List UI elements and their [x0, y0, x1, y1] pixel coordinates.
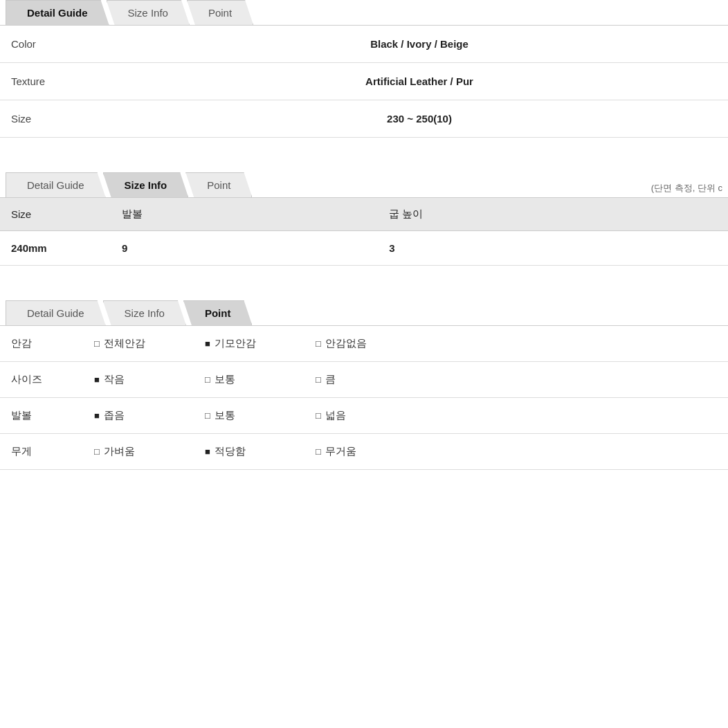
tab-point-1[interactable]: Point: [187, 0, 253, 25]
muge-options: □ 가벼움 ■ 적당함 □ 무거움: [83, 434, 728, 470]
tab-point-3[interactable]: Point: [183, 300, 253, 325]
checkbox-unchecked-icon: □: [316, 338, 321, 349]
checkbox-checked-icon: ■: [205, 338, 210, 349]
table-row: 발볼 ■ 좁음 □ 보통: [0, 398, 728, 434]
checkbox-checked-icon: ■: [94, 410, 100, 421]
option-item: □ 큼: [316, 373, 426, 386]
checkbox-unchecked-icon: □: [205, 410, 210, 421]
footwidth-cell: 9: [111, 231, 378, 266]
table-row: Color Black / Ivory / Beige: [0, 26, 728, 63]
heelheight-cell: 3: [378, 231, 728, 266]
size-cell: 240mm: [0, 231, 111, 266]
option-item: □ 가벼움: [94, 445, 205, 458]
table-row: 무게 □ 가벼움 ■ 적당함: [0, 434, 728, 470]
option-item: □ 안감없음: [316, 337, 426, 350]
size-label: Size: [0, 100, 111, 138]
checkbox-checked-icon: ■: [205, 446, 210, 457]
option-item: □ 전체안감: [94, 337, 205, 350]
checkbox-unchecked-icon: □: [316, 446, 321, 457]
checkbox-unchecked-icon: □: [94, 446, 100, 457]
option-item: ■ 적당함: [205, 445, 316, 458]
option-item: □ 무거움: [316, 445, 426, 458]
tab-detail-guide-1[interactable]: Detail Guide: [6, 0, 109, 25]
option-item: ■ 작음: [94, 373, 205, 386]
tab-size-info-3[interactable]: Size Info: [103, 300, 186, 325]
tab-size-info-2[interactable]: Size Info: [103, 172, 189, 197]
table-row: 사이즈 ■ 작음 □ 보통: [0, 362, 728, 398]
table-row: 240mm 9 3: [0, 231, 728, 266]
color-label: Color: [0, 26, 111, 63]
size-value: 230 ~ 250(10): [111, 100, 728, 138]
checkbox-checked-icon: ■: [94, 374, 100, 385]
color-value: Black / Ivory / Beige: [111, 26, 728, 63]
tab-detail-guide-2[interactable]: Detail Guide: [6, 172, 106, 197]
heelheight-col-header: 굽 높이: [378, 198, 728, 231]
balbol-options: ■ 좁음 □ 보통 □ 넓음: [83, 398, 728, 434]
saijeu-options: ■ 작음 □ 보통 □ 큼: [83, 362, 728, 398]
muge-label: 무게: [0, 434, 83, 470]
option-item: □ 보통: [205, 409, 316, 422]
size-note: (단면 측정, 단위 c: [646, 179, 728, 197]
saijeu-label: 사이즈: [0, 362, 83, 398]
texture-label: Texture: [0, 63, 111, 100]
tab-point-2[interactable]: Point: [185, 172, 252, 197]
texture-value: Artificial Leather / Pur: [111, 63, 728, 100]
option-item: □ 보통: [205, 373, 316, 386]
checkbox-unchecked-icon: □: [94, 338, 100, 349]
checkbox-unchecked-icon: □: [205, 374, 210, 385]
point-table: 안감 □ 전체안감 ■ 기모안감: [0, 326, 728, 470]
tab-detail-guide-3[interactable]: Detail Guide: [6, 300, 106, 325]
tab-size-info-1[interactable]: Size Info: [107, 0, 190, 25]
table-row: Texture Artificial Leather / Pur: [0, 63, 728, 100]
table-row: 안감 □ 전체안감 ■ 기모안감: [0, 326, 728, 362]
detail-guide-table: Color Black / Ivory / Beige Texture Arti…: [0, 26, 728, 138]
angam-label: 안감: [0, 326, 83, 362]
checkbox-unchecked-icon: □: [316, 410, 321, 421]
option-item: ■ 기모안감: [205, 337, 316, 350]
size-table-header: Size 발볼 굽 높이: [0, 198, 728, 231]
size-col-header: Size: [0, 198, 111, 231]
option-item: ■ 좁음: [94, 409, 205, 422]
option-item: □ 넓음: [316, 409, 426, 422]
checkbox-unchecked-icon: □: [316, 374, 321, 385]
size-info-table: Size 발볼 굽 높이 240mm 9 3: [0, 198, 728, 266]
balbol-label: 발볼: [0, 398, 83, 434]
table-row: Size 230 ~ 250(10): [0, 100, 728, 138]
angam-options: □ 전체안감 ■ 기모안감 □ 안감없음: [83, 326, 728, 362]
footwidth-col-header: 발볼: [111, 198, 378, 231]
